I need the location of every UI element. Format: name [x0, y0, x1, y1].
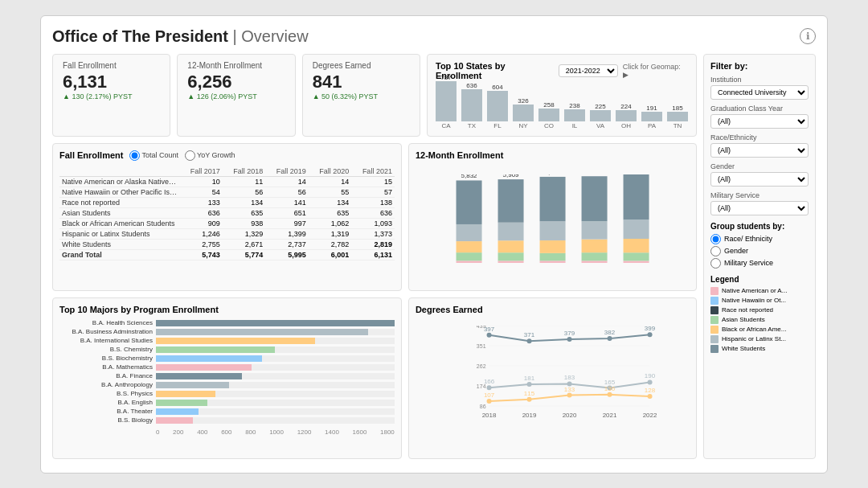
major-bar-bg	[156, 400, 395, 406]
major-bar-row: B.A. Theater	[59, 408, 395, 415]
svg-rect-23	[581, 252, 607, 260]
svg-text:5,832: 5,832	[461, 174, 477, 179]
major-bar-bg	[156, 408, 395, 415]
state-bar	[538, 109, 559, 121]
legend-item: White Students	[710, 345, 809, 353]
major-bar-fill	[156, 347, 275, 353]
major-label: B.S. Biology	[59, 416, 156, 424]
svg-rect-1	[456, 260, 481, 263]
top-states-dropdown[interactable]: 2021-2022	[559, 64, 618, 77]
major-bar-fill	[156, 320, 395, 326]
table-row: Race not reported133134141134138	[59, 197, 395, 207]
svg-rect-25	[581, 221, 607, 240]
info-icon[interactable]: ℹ	[800, 28, 816, 44]
svg-text:2022: 2022	[643, 412, 657, 419]
military-label: Military Service	[710, 191, 809, 199]
military-radio-option[interactable]: Military Service	[710, 258, 809, 269]
major-bar-row: B.A. Health Sciences	[59, 319, 395, 326]
degrees-title: Degrees Earned	[416, 305, 690, 314]
svg-rect-22	[581, 260, 607, 263]
degrees-earned-card: Degrees Earned 841 50 (6.32%) PYST	[302, 54, 420, 137]
fall-enrollment-card: Fall Enrollment 6,131 130 (2.17%) PYST	[52, 54, 170, 137]
military-select[interactable]: (All)	[710, 201, 809, 215]
left-panel: Fall Enrollment 6,131 130 (2.17%) PYST 1…	[52, 54, 697, 459]
race-eth-filter: Race/Ethnicity (All)	[710, 133, 809, 158]
yoy-growth-radio[interactable]	[185, 150, 195, 161]
institution-select[interactable]: Connected University	[710, 85, 809, 100]
gender-select[interactable]: (All)	[710, 172, 809, 187]
filter-panel: Filter by: Institution Connected Univers…	[703, 54, 816, 459]
major-bar-row: B.A. English	[59, 399, 395, 406]
race-eth-select[interactable]: (All)	[710, 143, 809, 158]
svg-point-67	[526, 397, 531, 402]
legend-label: Native American or A...	[722, 287, 787, 294]
svg-rect-9	[497, 252, 523, 260]
major-bar-fill	[156, 417, 193, 424]
table-row: Black or African American Students909938…	[59, 218, 395, 228]
fall-enrollment-label: Fall Enrollment	[63, 61, 160, 70]
svg-rect-4	[456, 223, 481, 240]
svg-point-45	[486, 333, 491, 338]
legend-color	[710, 316, 719, 324]
svg-text:2018: 2018	[482, 412, 497, 419]
svg-text:133: 133	[564, 386, 575, 393]
svg-point-47	[526, 339, 531, 344]
major-label: B.A. Mathematics	[59, 363, 156, 371]
svg-text:397: 397	[484, 326, 495, 333]
major-bar-fill	[156, 355, 262, 362]
state-item: 604 FL	[487, 84, 508, 129]
state-item: 224 OH	[616, 103, 637, 129]
major-bar-bg	[156, 320, 395, 326]
fall-enrollment-panel: Fall Enrollment Total Count YoY Growth F…	[52, 143, 402, 292]
svg-rect-15	[539, 260, 565, 263]
major-label: B.S. Physics	[59, 390, 156, 397]
svg-text:190: 190	[645, 373, 656, 380]
major-bar-bg	[156, 382, 395, 388]
grad-class-select[interactable]: (All)	[710, 114, 809, 129]
group-by-section: Group students by: Race/ Ethnicity Gende…	[710, 222, 809, 269]
geomap-link[interactable]: Click for Geomap: ▶	[623, 63, 688, 79]
svg-rect-24	[581, 239, 607, 252]
table-row: White Students2,7552,6712,7372,7822,819	[59, 239, 395, 249]
state-bar	[590, 110, 611, 121]
major-bar-fill	[156, 400, 207, 406]
major-bar-fill	[156, 373, 242, 379]
race-eth-radio-option[interactable]: Race/ Ethnicity	[710, 234, 809, 244]
svg-text:115: 115	[524, 390, 535, 397]
major-label: B.A. Business Adminstration	[59, 328, 156, 335]
month12-chart-title: 12-Month Enrollment	[416, 150, 690, 160]
legend-label: Black or African Ame...	[722, 326, 786, 333]
legend-item: Native American or A...	[710, 287, 809, 295]
major-label: B.A. Anthropology	[59, 381, 156, 388]
major-bar-fill	[156, 408, 199, 415]
state-item: 191 PA	[641, 105, 662, 129]
major-bar-fill	[156, 391, 215, 397]
major-label: B.S. Biochemistry	[59, 355, 156, 362]
legend-color	[710, 326, 719, 334]
fall-enrollment-change: 130 (2.17%) PYST	[63, 92, 160, 100]
svg-point-57	[526, 382, 531, 387]
col-2020: Fall 2020	[309, 166, 352, 177]
right-panel: Filter by: Institution Connected Univers…	[703, 54, 816, 459]
grad-class-label: Graduation Class Year	[710, 105, 809, 113]
total-count-radio[interactable]	[129, 150, 140, 161]
svg-point-51	[607, 336, 612, 341]
month12-enrollment-label: 12-Month Enrollment	[187, 61, 285, 70]
major-bar-bg	[156, 373, 395, 379]
svg-text:5,909: 5,909	[502, 174, 519, 178]
svg-rect-29	[623, 260, 649, 263]
svg-point-55	[486, 386, 491, 391]
state-bar	[564, 109, 585, 121]
svg-rect-5	[456, 180, 481, 224]
svg-point-49	[567, 337, 571, 342]
state-bar	[436, 81, 457, 121]
svg-rect-10	[497, 240, 523, 252]
degrees-svg: 8617426235143939737137938239916618118316…	[440, 326, 683, 422]
svg-text:107: 107	[484, 392, 495, 399]
major-bar-row: B.S. Biochemistry	[59, 355, 395, 362]
svg-text:166: 166	[484, 379, 495, 386]
state-bar	[461, 89, 482, 121]
col-2021: Fall 2021	[351, 166, 395, 177]
military-filter: Military Service (All)	[710, 191, 809, 215]
gender-radio-option[interactable]: Gender	[710, 246, 809, 256]
